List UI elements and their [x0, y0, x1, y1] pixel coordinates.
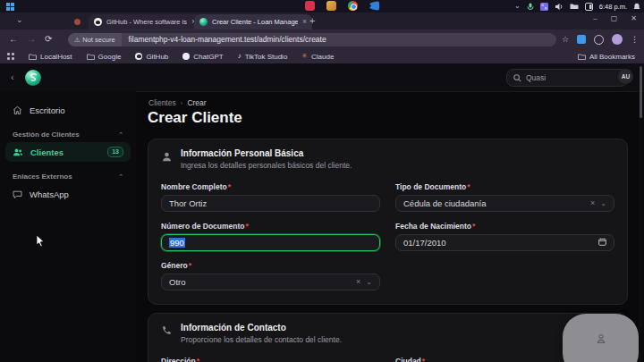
security-chip[interactable]: ⚠ Not secure	[68, 33, 122, 46]
new-tab-button[interactable]: +	[309, 16, 315, 26]
browser-profile-avatar[interactable]	[612, 34, 623, 45]
bookmark-claude[interactable]: ✳ Claude	[301, 53, 334, 61]
field-genero: Género* Otro × ⌄	[161, 261, 380, 290]
nombre-completo-input[interactable]: Thor Ortiz	[161, 195, 380, 212]
extension-icon[interactable]	[577, 35, 586, 44]
sidebar: Escritorio Gestión de Clientes ⌃ Cliente…	[0, 91, 136, 362]
chat-bubble-icon	[13, 189, 22, 199]
github-icon	[135, 53, 142, 60]
app-topbar: ‹ Quasi AU	[0, 63, 644, 92]
github-favicon	[94, 18, 102, 26]
tab-search-chevron-icon[interactable]: ⌄	[16, 16, 23, 24]
tab-group-dot-icon[interactable]	[74, 19, 80, 25]
windows-start-icon[interactable]	[6, 3, 14, 11]
folder-icon	[578, 54, 586, 60]
section-personal-info: Información Personal Básica Ingresa los …	[148, 139, 628, 305]
app-logo[interactable]	[25, 70, 41, 86]
maximize-button[interactable]: ▢	[611, 15, 618, 22]
bookmark-chatgpt[interactable]: ChatGPT	[182, 53, 223, 61]
required-mark: *	[197, 357, 199, 362]
tipo-documento-select[interactable]: Cédula de ciudadanía × ⌄	[395, 195, 614, 212]
breadcrumb-current: Crear	[187, 98, 206, 107]
forward-button[interactable]: →	[27, 35, 36, 44]
breadcrumb: Clientes › Crear	[148, 98, 207, 107]
chevron-down-icon: ⌄	[600, 200, 606, 207]
bookmark-tiktok-studio[interactable]: ♪ TikTok Studio	[238, 53, 288, 61]
tab-crear-cliente[interactable]: Crear Cliente - Loan Managem... ×	[194, 14, 312, 29]
apps-grid-icon[interactable]	[7, 53, 14, 60]
bookmark-label: Claude	[311, 53, 334, 61]
numero-documento-input[interactable]: 990	[161, 234, 380, 251]
section-title: Información Personal Básica	[181, 148, 352, 158]
browser-menu-icon[interactable]: ⋮	[631, 36, 639, 44]
bookmark-label: GitHub	[146, 53, 168, 61]
bookmark-star-icon[interactable]: ☆	[562, 36, 569, 44]
vscode-icon[interactable]	[369, 1, 379, 11]
chatgpt-icon	[182, 53, 190, 60]
reload-button[interactable]: ⟳	[45, 35, 52, 44]
bookmark-google[interactable]: Google	[87, 53, 122, 61]
tray-chevron-icon[interactable]: ⌄	[514, 3, 521, 10]
tab-github[interactable]: GitHub - Where software is bui... ×	[89, 14, 201, 29]
chrome-icon[interactable]	[348, 1, 358, 11]
bookmark-label: TikTok Studio	[245, 53, 288, 61]
global-search-input[interactable]: Quasi	[506, 69, 628, 87]
url-text: filamentphp-v4-loan-management.test/admi…	[129, 35, 326, 44]
field-label: Fecha de Nacimiento*	[395, 222, 614, 231]
back-button[interactable]: ←	[9, 35, 18, 44]
close-window-button[interactable]: ✕	[631, 15, 637, 22]
sidebar-item-escritorio[interactable]: Escritorio	[5, 100, 131, 120]
bookmark-github[interactable]: GitHub	[135, 53, 168, 61]
notification-bell-icon[interactable]	[633, 3, 640, 11]
pinned-app-icon[interactable]	[305, 1, 315, 11]
address-bar[interactable]: ⚠ Not secure filamentphp-v4-loan-managem…	[68, 33, 556, 46]
all-bookmarks-button[interactable]: All Bookmarks	[578, 53, 635, 61]
pinned-app-icon[interactable]	[326, 1, 336, 11]
sidebar-item-clientes[interactable]: Clientes 13	[5, 142, 131, 162]
minimize-button[interactable]: –	[593, 15, 597, 22]
tiktok-icon: ♪	[238, 53, 242, 60]
bookmark-label: Google	[98, 53, 122, 61]
volume-icon[interactable]	[555, 3, 564, 11]
page-scrollbar-thumb[interactable]	[640, 66, 642, 118]
toolbar-right: ☆ ⋮	[562, 29, 639, 49]
user-icon	[161, 150, 173, 170]
fecha-nacimiento-input[interactable]: 01/17/2010	[395, 234, 614, 251]
phone-link-icon[interactable]	[585, 3, 593, 11]
breadcrumb-root[interactable]: Clientes	[148, 98, 176, 107]
mic-icon[interactable]	[527, 3, 534, 11]
clock[interactable]: 6:48 p.m.	[599, 3, 627, 11]
search-icon	[513, 74, 521, 82]
field-numero-documento: Número de Documento* 990	[161, 222, 380, 251]
field-label: Tipo de Documento*	[395, 182, 614, 191]
calendar-icon[interactable]	[598, 238, 606, 248]
folder-icon	[29, 54, 37, 60]
page-title: Crear Cliente	[148, 109, 242, 127]
required-mark: *	[246, 222, 249, 231]
field-label: Dirección*	[161, 357, 380, 362]
window-controls: – ▢ ✕	[593, 15, 637, 22]
language-icon[interactable]	[540, 3, 548, 11]
folder-tray-icon[interactable]	[570, 3, 579, 10]
user-avatar[interactable]: AU	[618, 69, 633, 84]
all-bookmarks-label: All Bookmarks	[589, 53, 635, 61]
claude-icon: ✳	[301, 53, 308, 60]
clear-icon[interactable]: ×	[356, 278, 360, 286]
taskbar-pinned-apps	[305, 1, 379, 11]
sidebar-group-clientes[interactable]: Gestión de Clientes ⌃	[13, 130, 123, 139]
clear-icon[interactable]: ×	[590, 199, 595, 207]
genero-select[interactable]: Otro × ⌄	[161, 274, 380, 290]
main-content: Clientes › Crear Crear Cliente Informaci…	[136, 91, 640, 362]
bookmark-localhost[interactable]: LocalHost	[29, 53, 72, 61]
section-contact-info: Información de Contacto Proporcione los …	[148, 313, 628, 362]
required-mark: *	[189, 261, 191, 270]
sidebar-collapse-icon[interactable]: ‹	[11, 72, 14, 82]
users-icon	[13, 147, 23, 157]
sidebar-item-whatsapp[interactable]: WhatsApp	[5, 184, 131, 204]
tab-close-icon[interactable]: ×	[302, 18, 307, 26]
sidebar-group-enlaces[interactable]: Enlaces Externos ⌃	[13, 173, 123, 181]
extensions-ring-icon[interactable]	[594, 35, 604, 45]
floating-widget-overlay[interactable]	[563, 314, 639, 362]
system-tray: ⌄ 6:48 p.m.	[514, 0, 640, 13]
field-label: Género*	[161, 261, 380, 270]
